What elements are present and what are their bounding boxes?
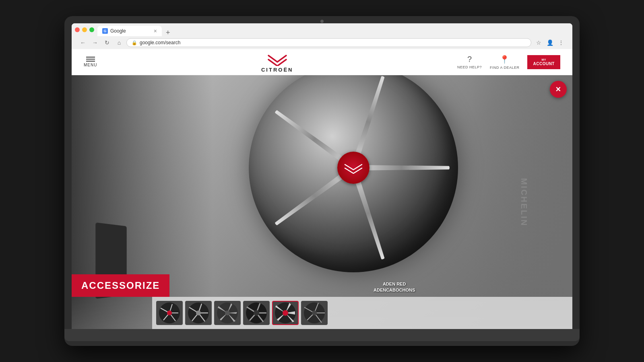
menu-label: MENU	[84, 63, 97, 67]
home-button[interactable]: ⌂	[114, 38, 124, 47]
tab-favicon: G	[102, 28, 108, 34]
help-icon: ?	[467, 55, 472, 64]
citroen-chevron-icon	[265, 51, 289, 66]
accessory-thumb-4[interactable]	[243, 301, 270, 325]
wheel-center-hub	[337, 152, 369, 184]
menu-line-1	[86, 57, 95, 58]
tab-label: Google	[110, 28, 126, 34]
wheel-visualization	[249, 75, 458, 272]
my-account-top-label: MY	[541, 58, 546, 61]
brand-name: CITROËN	[261, 67, 293, 73]
svg-point-15	[225, 311, 230, 315]
svg-point-6	[167, 311, 172, 315]
accessory-sublabel: ADENCABOCHONS	[374, 287, 415, 293]
lock-icon: 🔒	[132, 40, 137, 45]
svg-point-24	[283, 310, 288, 316]
accessory-thumb-5-active[interactable]	[272, 301, 299, 325]
url-bar[interactable]: 🔒 google.com/search	[126, 38, 531, 47]
browser-window: G Google × + ← → ↻ ⌂ 🔒 google.com/search	[72, 23, 572, 329]
profile-button[interactable]: 👤	[545, 38, 555, 47]
accessories-thumbnail-bar	[152, 297, 572, 329]
nav-actions: ? NEED HELP? 📍 FIND A DEALER MY ACCOUNT	[457, 55, 560, 70]
browser-chrome: G Google × + ← → ↻ ⌂ 🔒 google.com/search	[72, 23, 572, 49]
laptop-shell: G Google × + ← → ↻ ⌂ 🔒 google.com/search	[64, 16, 580, 346]
citroen-hub-logo	[343, 162, 363, 174]
menu-line-2	[86, 59, 95, 60]
bookmark-button[interactable]: ☆	[534, 38, 543, 47]
menu-line-3	[86, 61, 95, 62]
main-content-area: MICHELIN	[72, 75, 572, 329]
back-button[interactable]: ←	[78, 38, 88, 47]
find-dealer-label: FIND A DEALER	[490, 66, 520, 70]
hamburger-menu[interactable]: MENU	[84, 57, 97, 67]
need-help-label: NEED HELP?	[457, 65, 482, 69]
camera-dot	[320, 20, 324, 23]
need-help-button[interactable]: ? NEED HELP?	[457, 55, 482, 69]
reload-button[interactable]: ↻	[102, 38, 112, 47]
accessory-name-label: ADEN RED ADENCABOCHONS	[374, 281, 415, 293]
menu-dots-button[interactable]: ⋮	[556, 38, 566, 47]
wheel-outer	[249, 75, 458, 272]
citroen-logo: CITROËN	[261, 51, 293, 73]
my-account-bottom-label: ACCOUNT	[533, 62, 555, 66]
forward-button[interactable]: →	[90, 38, 100, 47]
traffic-lights	[75, 27, 94, 32]
maximize-traffic-light[interactable]	[89, 27, 94, 32]
citroen-navbar: MENU CITROËN ? NEED HELP?	[72, 49, 572, 75]
minimize-traffic-light[interactable]	[82, 27, 87, 32]
accessory-thumb-1[interactable]	[156, 301, 183, 325]
url-text: google.com/search	[140, 40, 180, 45]
michelin-text: MICHELIN	[519, 178, 528, 226]
website-content: MENU CITROËN ? NEED HELP?	[72, 49, 572, 329]
my-account-button[interactable]: MY ACCOUNT	[527, 55, 560, 69]
accessory-thumb-6[interactable]	[301, 301, 328, 325]
accessory-name: ADEN RED	[374, 281, 415, 287]
svg-point-13	[196, 311, 201, 315]
tab-bar: G Google × +	[97, 26, 173, 36]
close-traffic-light[interactable]	[75, 27, 80, 32]
car-visualization: MICHELIN	[72, 75, 572, 329]
car-body-right: MICHELIN	[472, 75, 572, 329]
close-button[interactable]: ×	[550, 81, 567, 98]
accessory-thumb-2[interactable]	[185, 301, 212, 325]
browser-actions: ☆ 👤 ⋮	[534, 38, 566, 47]
svg-point-22	[254, 310, 259, 316]
location-icon: 📍	[500, 55, 510, 64]
address-bar: ← → ↻ ⌂ 🔒 google.com/search ☆ 👤 ⋮	[75, 36, 569, 49]
new-tab-button[interactable]: +	[163, 29, 173, 36]
find-dealer-button[interactable]: 📍 FIND A DEALER	[490, 55, 520, 70]
svg-point-31	[312, 311, 317, 315]
tab-close-button[interactable]: ×	[154, 28, 157, 34]
accessorize-label: ACCESSORIZE	[72, 274, 169, 297]
active-tab[interactable]: G Google ×	[97, 26, 162, 36]
accessory-thumb-3[interactable]	[214, 301, 241, 325]
